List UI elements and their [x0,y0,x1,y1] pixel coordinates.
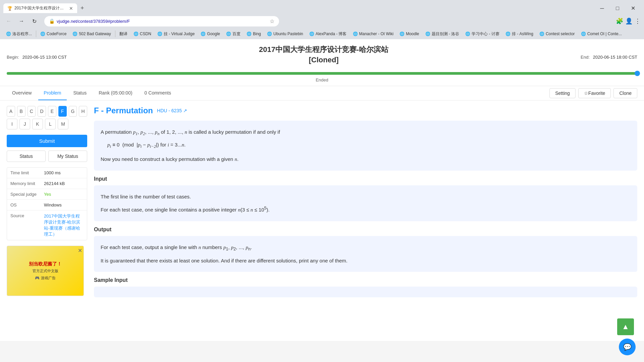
letter-L[interactable]: L [45,119,56,129]
favorite-button[interactable]: ☆Favorite [578,88,611,98]
clone-button[interactable]: Clone [613,88,637,98]
reload-button[interactable]: ↻ [29,16,40,26]
contest-header: Begin: 2020-06-15 13:00 CST 2017中国大学生程序设… [0,39,644,86]
letter-E[interactable]: E [48,106,56,117]
progress-dot [635,71,640,76]
menu-icon[interactable]: ⋮ [635,17,641,25]
os-value: Windows [44,202,62,207]
info-row-memory: Memory limit 262144 kB [7,178,87,189]
bookmark-manacher[interactable]: 🌐 Manacher - OI Wiki [350,31,396,37]
letter-D[interactable]: D [38,106,46,117]
time-limit-label: Time limit [10,170,44,175]
profile-icon[interactable]: 👤 [625,17,633,25]
setting-button[interactable]: Setting [549,88,576,98]
page-wrapper: Begin: 2020-06-15 13:00 CST 2017中国大学生程序设… [0,39,644,341]
end-time: End: 2020-06-15 18:00 CST [581,54,637,60]
letter-B[interactable]: B [17,106,25,117]
letter-H[interactable]: H [79,106,87,117]
nav-tabs-left: Overview Problem Status Rank (05:00:00) … [7,86,176,100]
address-text[interactable]: vjudge.net/contest/378359#problem/F [57,19,130,24]
letter-F[interactable]: F [58,106,67,117]
bookmark-codeforces[interactable]: 🌐 CodeForce [38,31,69,37]
status-button[interactable]: Status [7,150,46,162]
bookmark-item[interactable]: 🌐 洛谷程序... [3,30,35,38]
bookmark-aswing[interactable]: 🌐 排 - AsWing [503,30,536,38]
ad-close-button[interactable]: ✕ [78,247,82,254]
tab-overview[interactable]: Overview [7,86,37,100]
bookmarks-bar: 🌐 洛谷程序... 🌐 CodeForce 🌐 502 Bad Gateway … [0,28,644,39]
letter-A[interactable]: A [7,106,15,117]
bookmark-502[interactable]: 🌐 502 Bad Gateway [70,31,113,37]
tab-comments[interactable]: 0 Comments [139,86,176,100]
source-label: Source [10,213,44,237]
problem-source[interactable]: HDU - 6235 ↗ [157,108,187,113]
letter-I[interactable]: I [7,119,17,129]
tab-rank[interactable]: Rank (05:00:00) [93,86,138,100]
bookmark-moodle[interactable]: 🌐 Moodle [397,31,422,37]
letter-C[interactable]: C [28,106,36,117]
tab-title: 2017中国大学生程序设计竞赛-哈... [14,5,67,11]
letter-M[interactable]: M [58,119,68,129]
problem-content: F - Permutation HDU - 6235 ↗ A permutati… [94,106,637,330]
input-desc-1: The first line is the number of test cas… [101,192,631,201]
tab-bar: 🏆 2017中国大学生程序设计竞赛-哈... ✕ + ─ □ ✕ [0,0,644,14]
bookmark-virtual-judge[interactable]: 🌐 挂 - Virtual Judge [155,30,198,38]
address-icons: ☆ [270,18,274,24]
output-desc-2: It is guaranteed that there exists at le… [101,256,631,265]
tab-close-button[interactable]: ✕ [69,6,73,11]
letter-G[interactable]: G [69,106,77,117]
extensions-icon[interactable]: 🧩 [616,17,623,25]
memory-limit-value: 262144 kB [44,181,65,186]
left-sidebar: A B C D E F G H I J K L M Submit Status [7,106,87,330]
special-judge-label: Special judge [10,192,44,197]
bookmark-luogu[interactable]: 🌐 题目别测 - 洛谷 [423,30,462,38]
tab-problem[interactable]: Problem [38,86,66,100]
bookmark-bing[interactable]: 🌐 Bing [244,31,264,37]
bookmark-contest-selector[interactable]: 🌐 Contest selector [537,31,578,37]
new-tab-button[interactable]: + [77,3,88,14]
bookmark-translate[interactable]: 翻译 [117,30,130,38]
bookmark-alexpanda[interactable]: 🌐 AlexPanda - 博客 [307,30,350,38]
bookmark-xuexizhongxin[interactable]: 🌐 学习中心 - 讨赛 [463,30,502,38]
input-box: The first line is the number of test cas… [94,185,637,221]
contest-selector-label: Contest selector [546,32,575,36]
output-section: Output For each test case, output a sing… [94,227,637,272]
active-tab[interactable]: 🏆 2017中国大学生程序设计竞赛-哈... ✕ [3,3,77,13]
tab-status[interactable]: Status [68,86,92,100]
nav-tabs-right: Setting ☆Favorite Clone [549,88,637,98]
submit-button[interactable]: Submit [7,135,87,147]
bookmark-csdn[interactable]: 🌐 CSDN [131,31,154,37]
close-button[interactable]: ✕ [625,3,641,14]
letter-J[interactable]: J [19,119,30,129]
input-section: Input The first line is the number of te… [94,176,637,221]
source-value[interactable]: 2017中国大学生程序设计竞赛-哈尔滨站-重现赛（感谢哈理工） [44,213,84,237]
bookmark-icon[interactable]: ☆ [270,18,274,24]
bookmark-cometoj[interactable]: 🌐 Comet OI | Conte... [578,31,625,37]
os-label: OS [10,202,44,207]
bookmark-baidu[interactable]: 🌐 百度 [223,30,243,38]
forward-button[interactable]: → [16,16,27,26]
input-desc-2: For each test case, one single line cont… [101,204,631,215]
scroll-top-button[interactable]: ▲ [617,318,634,335]
info-row-os: OS Windows [7,200,87,210]
contest-title: 2017中国大学生程序设计竞赛-哈尔滨站 [Cloned] [259,45,388,65]
special-judge-value: Yes [44,192,51,197]
browser-chrome: 🏆 2017中国大学生程序设计竞赛-哈... ✕ + ─ □ ✕ ← → ↻ 🔒… [0,0,644,39]
maximize-button[interactable]: □ [610,3,625,14]
bookmark-google[interactable]: 🌐 Google [198,31,223,37]
status-buttons: Status My Status [7,150,87,162]
minimize-button[interactable]: ─ [594,3,610,14]
progress-bar [7,72,637,75]
nav-tabs: Overview Problem Status Rank (05:00:00) … [0,86,644,101]
address-bar-row: ← → ↻ 🔒 vjudge.net/contest/378359#proble… [0,14,644,28]
ad-text: 别当欧尼酱了！ 官方正式中文版 🎮 游戏广告 [25,258,65,284]
problem-desc-1: A permutation p1, p2, ..., pn of 1, 2, .… [101,127,631,138]
bookmark-ubuntu[interactable]: 🌐 Ubuntu Pastebin [264,31,306,37]
back-button[interactable]: ← [3,16,14,26]
info-row-source: Source 2017中国大学生程序设计竞赛-哈尔滨站-重现赛（感谢哈理工） [7,210,87,240]
time-limit-value: 1000 ms [44,170,61,175]
problem-title-row: F - Permutation HDU - 6235 ↗ [94,106,637,115]
bookmark-divider2 [115,31,115,37]
my-status-button[interactable]: My Status [48,150,87,162]
letter-K[interactable]: K [32,119,43,129]
